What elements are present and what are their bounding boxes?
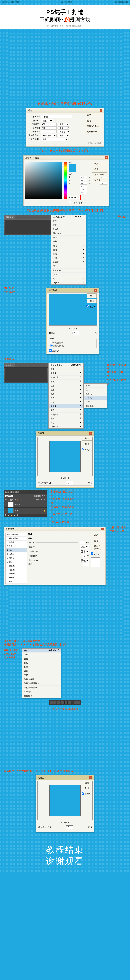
amount-slider[interactable] [50,336,96,336]
note-5: 可以参考我 的数值设置 [4,286,16,294]
ok-button[interactable]: 确定 [84,113,102,118]
subtitle: 第一次写教程，如有不对请多多包涵，谢谢！ [2,25,128,27]
align-toolbar [49,700,81,705]
demo-area-3 [8,713,122,768]
align-bottom-icon[interactable] [68,701,71,704]
menu-strip: 未标题-1 [4,215,59,235]
pixelate-submenu: 彩块化... 点状化... 晶格化... 马赛克... 碎片 铜版雕刻... [83,383,107,409]
color-swatch[interactable] [83,563,89,566]
hue-slider[interactable] [64,162,67,199]
layers-panel: 图层通道路径 正常不透明度:10% 锁定:▩ ✎ ⊕ 🔒填充:100% 👁图层 … [4,490,47,517]
note-1: 这是最终的效果,不喜欢的请按CTRL+W [0,102,130,106]
amount-input[interactable] [72,331,80,335]
add-swatch-button[interactable]: 添加到色板 [92,172,107,177]
align-middle-icon[interactable] [64,701,67,704]
layer-row[interactable]: 👁背景🔒 [4,508,47,514]
name-input[interactable] [41,115,72,118]
close-icon[interactable]: × [100,109,102,112]
note-7: 新建个空白图层，然后在 图层上画一条单像素的横 线,组合440色阶的方法 线 ，… [51,490,74,524]
new-layer-icon[interactable]: ▣ [14,514,16,516]
color-picker-dialog: 拾色器(前景色)× 新的 当前 H: L: S: a: B: b: R: G: [23,156,109,206]
close-icon[interactable]: × [94,289,97,292]
cancel-button[interactable]: 取消 [82,442,92,446]
align-top-icon[interactable] [61,701,64,704]
mosaic-preview [49,441,81,472]
filter-dropdown-2: 上次滤镜操作Shift+Ctrl+F 液化 风格化 画笔描边 模糊 扭曲 锐化 … [49,363,83,429]
lock-icon: 🔒 [43,510,45,512]
ok-button[interactable]: 确定 [82,436,92,441]
note-9: 开复复制移动后,你有喜欢的方式。 这我使用的(CTRL+ALT+T),调整变换口… [0,640,130,646]
cell-size-input[interactable] [66,481,74,485]
ok-button[interactable]: 确定 [91,533,104,537]
style-list: 混合选项:默认 斜面和浮雕 等高线 纹理 描边 内阴影 内发光 光泽 颜色叠加 … [5,533,27,584]
height-input[interactable] [41,126,56,130]
preset-select[interactable]: 自定 [41,119,53,122]
header-meta: 原创教程 LOGOFREE 应用对象:PS新手 日期:2015.03.29 [0,0,130,4]
note-3: 填充颜色 颜色明度和饱和度尽量高一些 70-90 如红框内 [0,208,130,212]
distribute-h-icon[interactable] [74,701,77,704]
note-8: 选择这两个微效 是重新同时选 [110,526,126,533]
close-icon[interactable]: × [101,528,104,530]
title-block: PS纯手工打造 不规则颜色的规则方块 第一次写教程，如有不对请多多包涵，谢谢！ [0,5,130,29]
layer-style-dialog: 图层样式× 混合选项:默认 斜面和浮雕 等高线 纹理 描边 内阴影 内发光 光泽… [4,527,106,585]
folder-icon[interactable]: 📁 [11,514,13,516]
ok-button[interactable]: 确定 [82,781,92,785]
ok-button[interactable]: 确定 [87,293,97,298]
align-left-icon[interactable] [50,701,53,704]
save-preset-button[interactable]: 存储预设(S)... [84,124,102,128]
ok-button[interactable]: 确定 [92,162,107,166]
delete-preset-button[interactable]: 删除预设(D)... [84,130,102,134]
mosaic-preview [49,785,81,816]
cancel-button[interactable]: 取消 [92,167,107,171]
hex-highlight: # [69,195,81,200]
note-12: 最后新建一个空白图层,按CTRL+ALT+SHIFT+E合层,添加染色 [0,770,130,773]
close-icon[interactable]: × [105,156,108,159]
mosaic-dialog: 马赛克× ⊖ 100% ⊕ 单元格大小(C):方形 确定 取消 预览(P) [36,431,94,488]
title-line1: PS纯手工打造 [2,8,128,16]
fx-icon[interactable]: fx [5,514,7,516]
cancel-button[interactable]: 取消 [91,539,104,543]
transform-menu: 再次Shift+Ctrl+T 缩放 旋转 斜切 扭曲 透视 变形 旋转 180 … [22,648,61,698]
align-center-icon[interactable] [53,701,56,704]
note-6: 接着就用马赛克功能 使其变成一块块的, 块大小设置为10像素。 [107,363,126,385]
mosaic-dialog-2: 马赛克× ⊖ 100% ⊕ 单元格大小(C):方形 确定 取消 预览(P) [36,775,94,832]
color-gradient[interactable] [25,162,62,199]
meta-type: 应用对象:PS新手 [61,1,74,3]
trash-icon[interactable]: 🗑 [17,514,19,516]
note-4: 添加颜色 [117,215,126,218]
note-addcolor: 添加染色 [0,358,130,361]
cancel-button[interactable]: 取消 [82,786,92,791]
eye-icon[interactable]: 👁 [5,504,7,506]
add-noise-dialog: 添加杂色× ⊖ 100% ⊕ 数量(A):% 分布 平均分布(U) 高斯分布(G… [47,288,99,354]
layer-row[interactable]: 👁图层 1 [4,501,47,508]
eye-icon[interactable]: 👁 [5,510,7,512]
filter-dropdown: 上次滤镜操作Shift+Ctrl+F 锐化 液化 风格化 画笔描边 模糊 扭曲 … [51,215,86,285]
note-10: 复制出并排的 白色和线,然 后对齐填满 [4,648,18,660]
new-document-dialog: 新建× 名称(N): 预设(P):自定 宽度(W):像素 高度(H):像素 分辨… [26,108,104,146]
note-2: 开PS，新建文档 尽量做成正方形的。 [0,149,130,153]
demo-area-2 [8,589,122,637]
close-icon[interactable]: × [89,432,92,435]
hex-input[interactable] [70,196,80,199]
close-icon[interactable]: × [89,776,92,779]
end-block: 教程结束 谢谢观看 [0,834,130,873]
cancel-button[interactable]: 取消 [87,299,97,303]
color-lib-button[interactable]: 颜色库 [92,178,107,182]
demo-area [8,31,122,99]
distribute-v-icon[interactable] [77,701,80,704]
cancel-button[interactable]: 取消 [84,119,102,123]
align-right-icon[interactable] [57,701,60,704]
mask-icon[interactable]: ◐ [8,514,9,516]
width-input[interactable] [41,123,56,126]
cell-slider[interactable] [39,485,91,486]
meta-source: 原创教程 LOGOFREE [2,1,19,3]
menu-strip-2: 未标题-1 [4,363,49,383]
style-preview [91,557,100,567]
meta-date: 日期:2015.03.29 [115,1,128,3]
title-line2: 不规则颜色的规则方块 [2,16,128,23]
note-11: 还行文档左对齐,效果如下! [0,707,130,711]
new-style-button[interactable]: 新建样式(W)... [91,544,104,551]
res-input[interactable] [41,130,56,133]
color-swatch [69,164,76,172]
